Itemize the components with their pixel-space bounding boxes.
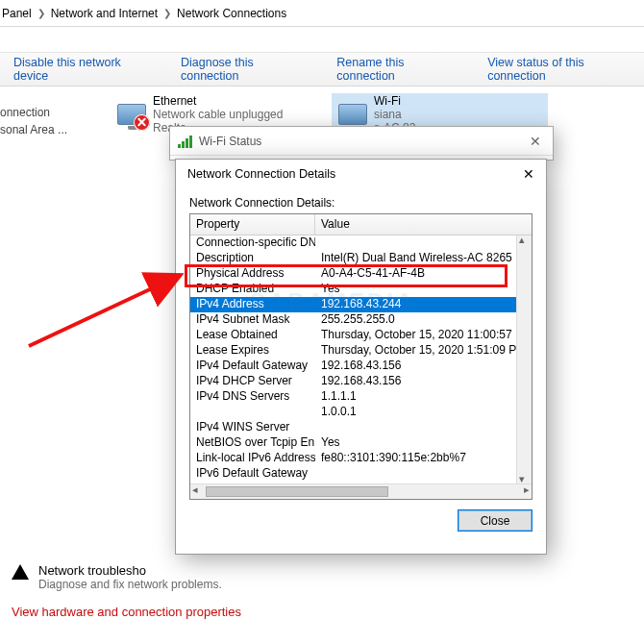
wifi-status-window: Wi-Fi Status ✕ <box>169 126 554 161</box>
cell-property: IPv4 Subnet Mask <box>190 312 315 328</box>
table-row[interactable]: Connection-specific DN... <box>190 235 516 251</box>
cell-value: 192.168.43.156 <box>315 359 516 374</box>
warning-icon <box>12 563 29 581</box>
cell-property: Lease Expires <box>190 343 315 359</box>
window-title: Wi-Fi Status <box>199 135 261 148</box>
crumb-panel[interactable]: Panel <box>2 7 32 20</box>
cell-value: Yes <box>315 435 516 451</box>
cell-property: Connection-specific DN... <box>190 235 315 251</box>
header-value[interactable]: Value <box>315 214 532 235</box>
cell-property: IPv4 DHCP Server <box>190 374 315 389</box>
grid-header[interactable]: Property Value <box>190 214 532 235</box>
close-icon[interactable]: ✕ <box>519 166 538 182</box>
cell-property: NetBIOS over Tcpip En... <box>190 435 315 451</box>
cell-property <box>190 405 315 420</box>
table-row[interactable]: IPv4 Subnet Mask255.255.255.0 <box>190 312 516 328</box>
cell-property: IPv4 WINS Server <box>190 420 315 435</box>
table-row[interactable]: IPv4 WINS Server <box>190 420 516 435</box>
cell-property: Link-local IPv6 Address <box>190 451 315 466</box>
chevron-right-icon: ❯ <box>163 8 171 18</box>
window-title: Network Connection Details <box>187 167 335 181</box>
chevron-right-icon: ❯ <box>37 8 45 18</box>
table-row[interactable]: Lease ExpiresThursday, October 15, 2020 … <box>190 343 516 359</box>
troubleshoot-sub: Diagnose and fix network problems. <box>38 578 222 591</box>
hardware-properties-link[interactable]: View hardware and connection properties <box>12 605 627 619</box>
cell-value: 1.1.1.1 <box>315 389 516 405</box>
table-row[interactable]: DHCP EnabledYes <box>190 282 516 297</box>
crumb-network[interactable]: Network and Internet <box>51 7 158 20</box>
troubleshoot-title: Network troublesho <box>38 563 222 578</box>
header-property[interactable]: Property <box>190 214 315 235</box>
cell-value <box>315 235 516 251</box>
troubleshoot-section: Network troublesho Diagnose and fix netw… <box>12 563 627 619</box>
close-icon[interactable]: ✕ <box>524 134 547 149</box>
disconnected-icon <box>134 114 150 131</box>
details-caption: Network Connection Details: <box>189 196 533 210</box>
crumb-connections[interactable]: Network Connections <box>177 7 286 20</box>
cell-property: Description <box>190 251 315 266</box>
cell-value: fe80::3101:390:115e:2bb%7 <box>315 451 516 466</box>
table-row[interactable]: Link-local IPv6 Addressfe80::3101:390:11… <box>190 451 516 466</box>
breadcrumb[interactable]: Panel ❯ Network and Internet ❯ Network C… <box>0 0 644 27</box>
cell-property: IPv4 DNS Servers <box>190 389 315 405</box>
cell-value: Intel(R) Dual Band Wireless-AC 8265 <box>315 251 516 266</box>
adapter-name: Wi-Fi <box>374 94 425 108</box>
cell-value: Yes <box>315 282 516 297</box>
table-row[interactable]: NetBIOS over Tcpip En...Yes <box>190 435 516 451</box>
diagnose-button[interactable]: Diagnose this connection <box>181 56 313 83</box>
cell-value: 1.0.0.1 <box>315 405 516 420</box>
cell-value: A0-A4-C5-41-AF-4B <box>315 266 516 282</box>
cell-property: IPv4 Default Gateway <box>190 359 315 374</box>
horizontal-scrollbar[interactable] <box>190 483 532 499</box>
table-row[interactable]: 1.0.0.1 <box>190 405 516 420</box>
table-row[interactable]: IPv6 Default Gateway <box>190 466 516 482</box>
cell-property: Lease Obtained <box>190 328 315 343</box>
cell-property: IPv4 Address <box>190 297 315 312</box>
sidebar-fragment: onnection sonal Area ... <box>0 87 106 138</box>
signal-icon <box>178 135 193 148</box>
cell-value: Thursday, October 15, 2020 11:00:57 <box>315 328 516 343</box>
vertical-scrollbar[interactable] <box>516 235 532 483</box>
cell-value: Thursday, October 15, 2020 1:51:09 P <box>315 343 516 359</box>
cell-property: IPv6 Default Gateway <box>190 466 315 482</box>
network-adapter-icon <box>338 104 367 125</box>
adapter-name: Ethernet <box>153 94 283 108</box>
adapter-status: siana <box>374 108 425 121</box>
cell-value: 192.168.43.156 <box>315 374 516 389</box>
network-details-window: Network Connection Details ✕ Network Con… <box>175 159 547 555</box>
rename-button[interactable]: Rename this connection <box>336 56 464 83</box>
cell-property: Physical Address <box>190 266 315 282</box>
details-grid: Property Value Connection-specific DN...… <box>189 213 533 500</box>
table-row[interactable]: IPv4 DHCP Server192.168.43.156 <box>190 374 516 389</box>
view-status-button[interactable]: View status of this connection <box>487 56 644 83</box>
cell-value: 255.255.255.0 <box>315 312 516 328</box>
table-row[interactable]: Physical AddressA0-A4-C5-41-AF-4B <box>190 266 516 282</box>
disable-device-button[interactable]: Disable this network device <box>13 56 158 83</box>
table-row[interactable]: IPv4 DNS Servers1.1.1.1 <box>190 389 516 405</box>
toolbar: Disable this network device Diagnose thi… <box>0 52 644 87</box>
cell-value <box>315 466 516 482</box>
table-row[interactable]: IPv4 Default Gateway192.168.43.156 <box>190 359 516 374</box>
table-row[interactable]: IPv4 Address192.168.43.244 <box>190 297 516 312</box>
cell-value: 192.168.43.244 <box>315 297 516 312</box>
table-row[interactable]: Lease ObtainedThursday, October 15, 2020… <box>190 328 516 343</box>
cell-property: DHCP Enabled <box>190 282 315 297</box>
sidebar-text: onnection <box>0 104 106 121</box>
table-row[interactable]: DescriptionIntel(R) Dual Band Wireless-A… <box>190 251 516 266</box>
scrollbar-thumb[interactable] <box>206 486 388 497</box>
cell-value <box>315 420 516 435</box>
close-button[interactable]: Close <box>458 509 533 532</box>
sidebar-text: sonal Area ... <box>0 121 106 138</box>
adapter-status: Network cable unplugged <box>153 108 283 121</box>
